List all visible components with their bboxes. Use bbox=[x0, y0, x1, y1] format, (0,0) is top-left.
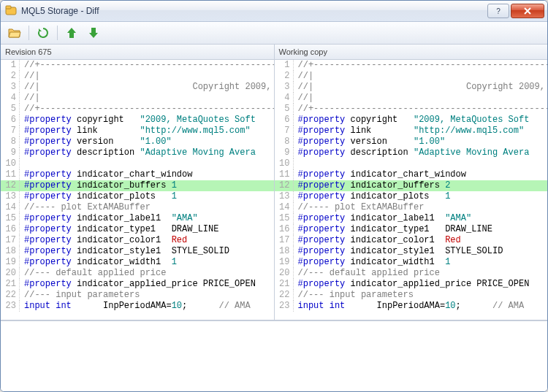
code-line[interactable]: 9#property description "Adaptive Moving … bbox=[1, 147, 274, 158]
line-number: 2 bbox=[275, 71, 294, 82]
code-text: #property indicator_width1 1 bbox=[294, 257, 548, 268]
code-line[interactable]: 18#property indicator_style1 STYLE_SOLID bbox=[275, 246, 548, 257]
app-icon bbox=[5, 5, 17, 17]
code-line[interactable]: 19#property indicator_width1 1 bbox=[275, 257, 548, 268]
line-number: 4 bbox=[275, 93, 294, 104]
code-text: #property indicator_chart_window bbox=[294, 169, 548, 180]
code-text: //| bbox=[20, 93, 274, 104]
code-line[interactable]: 23input int InpPeriodAMA=10; // AMA bbox=[275, 301, 548, 312]
code-line[interactable]: 6#property copyright "2009, MetaQuotes S… bbox=[275, 115, 548, 126]
code-text: #property description "Adaptive Moving A… bbox=[20, 147, 274, 158]
help-button[interactable]: ? bbox=[487, 4, 509, 18]
code-line[interactable]: 10 bbox=[1, 158, 274, 169]
line-number: 20 bbox=[1, 268, 20, 279]
line-number: 18 bbox=[1, 246, 20, 257]
right-pane: Working copy 1//+-----------------------… bbox=[275, 45, 548, 320]
code-text: #property indicator_type1 DRAW_LINE bbox=[294, 224, 548, 235]
code-text: input int InpPeriodAMA=10; // AMA bbox=[294, 301, 548, 312]
line-number: 11 bbox=[1, 169, 20, 180]
code-line[interactable]: 16#property indicator_type1 DRAW_LINE bbox=[275, 224, 548, 235]
code-line[interactable]: 12#property indicator_buffers 2 bbox=[275, 180, 548, 191]
code-line[interactable]: 5//+------------------------------------… bbox=[1, 104, 274, 115]
code-line[interactable]: 1//+------------------------------------… bbox=[1, 60, 274, 71]
line-number: 4 bbox=[1, 93, 20, 104]
code-text: #property version "1.00" bbox=[294, 137, 548, 147]
line-number: 17 bbox=[1, 235, 20, 246]
code-text bbox=[294, 158, 548, 169]
open-button[interactable] bbox=[7, 25, 23, 41]
left-pane-header: Revision 675 bbox=[1, 45, 274, 60]
line-number: 3 bbox=[1, 82, 20, 93]
code-line[interactable]: 21#property indicator_applied_price PRIC… bbox=[275, 279, 548, 290]
code-line[interactable]: 11#property indicator_chart_window bbox=[1, 169, 274, 180]
code-line[interactable]: 13#property indicator_plots 1 bbox=[1, 191, 274, 202]
code-line[interactable]: 8#property version "1.00" bbox=[275, 137, 548, 147]
code-line[interactable]: 19#property indicator_width1 1 bbox=[1, 257, 274, 268]
arrow-down-icon bbox=[88, 27, 99, 39]
line-number: 14 bbox=[1, 202, 20, 213]
code-line[interactable]: 14//---- plot ExtAMABuffer bbox=[275, 202, 548, 213]
code-text: #property indicator_type1 DRAW_LINE bbox=[20, 224, 274, 235]
code-line[interactable]: 11#property indicator_chart_window bbox=[275, 169, 548, 180]
code-line[interactable]: 14//---- plot ExtAMABuffer bbox=[1, 202, 274, 213]
code-line[interactable]: 12#property indicator_buffers 1 bbox=[1, 180, 274, 191]
line-number: 16 bbox=[275, 224, 294, 235]
code-line[interactable]: 15#property indicator_label1 "AMA" bbox=[275, 213, 548, 224]
code-line[interactable]: 2//| bbox=[275, 71, 548, 82]
code-line[interactable]: 4//| bbox=[275, 93, 548, 104]
refresh-icon bbox=[37, 27, 49, 39]
line-number: 12 bbox=[1, 180, 20, 191]
code-line[interactable]: 4//| bbox=[1, 93, 274, 104]
refresh-button[interactable] bbox=[35, 25, 51, 41]
code-line[interactable]: 20//--- default applied price bbox=[1, 268, 274, 279]
left-code-view[interactable]: 1//+------------------------------------… bbox=[1, 60, 274, 320]
code-line[interactable]: 3//| Copyright 2009, M bbox=[275, 82, 548, 93]
line-number: 10 bbox=[1, 158, 20, 169]
prev-diff-button[interactable] bbox=[64, 25, 80, 41]
code-line[interactable]: 2//| bbox=[1, 71, 274, 82]
code-line[interactable]: 15#property indicator_label1 "AMA" bbox=[1, 213, 274, 224]
code-text: #property description "Adaptive Moving A… bbox=[294, 147, 548, 158]
code-line[interactable]: 16#property indicator_type1 DRAW_LINE bbox=[1, 224, 274, 235]
line-number: 14 bbox=[275, 202, 294, 213]
code-line[interactable]: 10 bbox=[275, 158, 548, 169]
code-text: #property indicator_buffers 1 bbox=[20, 180, 274, 191]
code-text: #property indicator_plots 1 bbox=[294, 191, 548, 202]
code-line[interactable]: 9#property description "Adaptive Moving … bbox=[275, 147, 548, 158]
code-text bbox=[20, 158, 274, 169]
code-text: //| bbox=[20, 71, 274, 82]
titlebar[interactable]: MQL5 Storage - Diff ? bbox=[1, 1, 547, 22]
code-line[interactable]: 1//+------------------------------------… bbox=[275, 60, 548, 71]
code-line[interactable]: 5//+------------------------------------… bbox=[275, 104, 548, 115]
right-code-view[interactable]: 1//+------------------------------------… bbox=[275, 60, 548, 320]
close-button[interactable] bbox=[511, 4, 544, 18]
code-line[interactable]: 7#property link "http://www.mql5.com" bbox=[1, 126, 274, 137]
code-line[interactable]: 7#property link "http://www.mql5.com" bbox=[275, 126, 548, 137]
code-text: //+-------------------------------------… bbox=[294, 60, 548, 71]
next-diff-button[interactable] bbox=[85, 25, 102, 41]
code-text: //| Copyright 2009, M bbox=[294, 82, 548, 93]
code-line[interactable]: 23input int InpPeriodAMA=10; // AMA bbox=[1, 301, 274, 312]
line-number: 15 bbox=[275, 213, 294, 224]
code-text: #property indicator_color1 Red bbox=[20, 235, 274, 246]
code-text: //| bbox=[294, 93, 548, 104]
bottom-panel[interactable] bbox=[1, 320, 547, 391]
line-number: 16 bbox=[1, 224, 20, 235]
code-line[interactable]: 20//--- default applied price bbox=[275, 268, 548, 279]
code-line[interactable]: 17#property indicator_color1 Red bbox=[275, 235, 548, 246]
line-number: 1 bbox=[1, 60, 20, 71]
separator bbox=[28, 26, 29, 40]
code-line[interactable]: 22//--- input parameters bbox=[275, 290, 548, 301]
code-line[interactable]: 18#property indicator_style1 STYLE_SOLID bbox=[1, 246, 274, 257]
arrow-up-icon bbox=[66, 27, 77, 39]
code-text: #property indicator_applied_price PRICE_… bbox=[20, 279, 274, 290]
code-line[interactable]: 22//--- input parameters bbox=[1, 290, 274, 301]
code-line[interactable]: 21#property indicator_applied_price PRIC… bbox=[1, 279, 274, 290]
code-line[interactable]: 6#property copyright "2009, MetaQuotes S… bbox=[1, 115, 274, 126]
line-number: 9 bbox=[275, 147, 294, 158]
code-line[interactable]: 17#property indicator_color1 Red bbox=[1, 235, 274, 246]
code-line[interactable]: 13#property indicator_plots 1 bbox=[275, 191, 548, 202]
code-line[interactable]: 8#property version "1.00" bbox=[1, 137, 274, 147]
code-line[interactable]: 3//| Copyright 2009, M bbox=[1, 82, 274, 93]
line-number: 22 bbox=[1, 290, 20, 301]
